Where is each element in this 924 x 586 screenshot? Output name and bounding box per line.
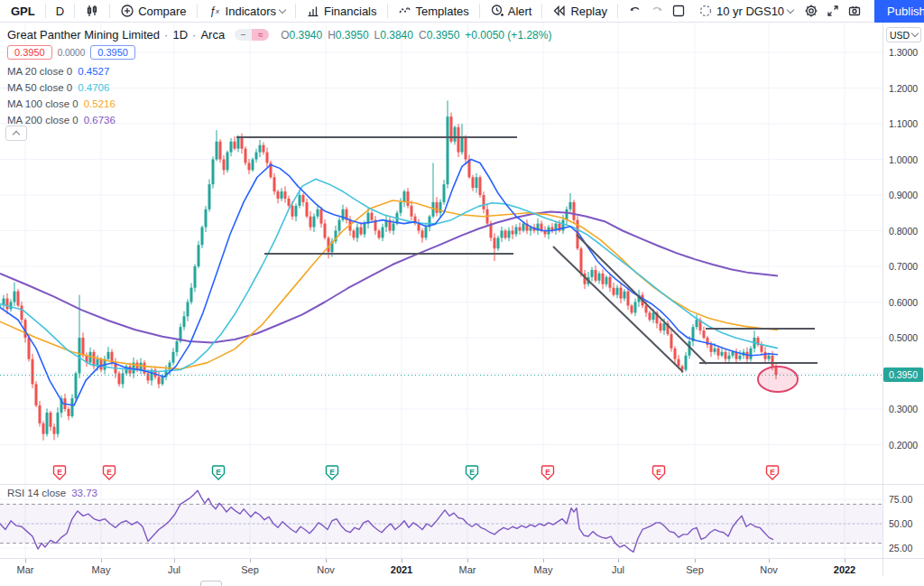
svg-text:E: E (329, 468, 335, 477)
time-tick (695, 559, 696, 563)
time-axis-label: 2021 (391, 564, 412, 575)
trendline (577, 235, 707, 364)
price-tick-label: 1.2000 (883, 83, 924, 94)
rsi-label: RSI 14 close (7, 488, 66, 498)
indicators-button[interactable]: ƒx Indicators (204, 0, 289, 22)
time-tick (467, 559, 468, 563)
time-tick (174, 559, 175, 563)
time-axis-label: May (92, 564, 111, 575)
price-tick-label: 0.9000 (883, 190, 924, 200)
top-toolbar: GPL D Compare ƒx Indicators Financials T… (0, 0, 924, 23)
rsi-tick-label: 25.00 (883, 543, 924, 553)
svg-text:E: E (106, 468, 112, 477)
layout-select-button[interactable] (668, 0, 689, 22)
templates-button[interactable]: Templates (394, 0, 473, 22)
interval-button[interactable]: D (52, 0, 68, 22)
order-panel: 0.3950 0.0000 0.3950 (7, 45, 135, 60)
price-tick-label: 1.3000 (883, 47, 924, 58)
time-tick (326, 559, 327, 563)
price-tick-label: 0.7000 (883, 261, 924, 272)
legend-interval: 1D (172, 28, 188, 42)
chart-canvas[interactable]: EEEEEEEE (0, 0, 924, 586)
buy-button[interactable]: 0.3950 (90, 45, 135, 60)
ma-legend-row[interactable]: MA 50 close 00.4706 (7, 79, 116, 96)
ohlc-item: C0.3950 (419, 29, 459, 42)
spread-value: 0.0000 (58, 48, 86, 58)
time-axis-label: Sep (241, 564, 259, 575)
time-axis-label: Nov (317, 564, 335, 575)
price-axis-border (882, 23, 883, 576)
compare-icon (120, 4, 134, 18)
time-axis[interactable]: MarMayJulSepNov2021MarMayJulSepNov2022 (0, 558, 924, 586)
time-axis-label: Nov (760, 564, 778, 575)
current-price-badge: 0.3950 (883, 367, 923, 382)
price-tick-label: 0.5000 (883, 332, 924, 343)
replay-button[interactable]: Replay (549, 0, 610, 22)
legend-hide-button[interactable]: − (235, 29, 252, 41)
undo-arrow-icon (628, 4, 642, 18)
undo-button[interactable] (624, 0, 646, 22)
chart-style-button[interactable] (81, 0, 103, 22)
ohlc-values: O0.3940H0.3950L0.3840C0.3950+0.0050 (+1.… (281, 29, 551, 42)
price-tick-label: 0.2000 (883, 440, 924, 451)
wave-template-icon (398, 4, 412, 18)
gear-icon (804, 4, 818, 18)
price-tick-label: 1.1000 (883, 118, 924, 129)
time-tick (101, 559, 102, 563)
time-axis-label: May (534, 564, 553, 575)
camera-icon (847, 4, 862, 18)
alert-button[interactable]: Alert (486, 0, 536, 22)
time-tick (845, 559, 845, 563)
collapse-legend-button[interactable] (5, 126, 27, 141)
cloud-dashed-icon (698, 4, 713, 18)
snapshot-button[interactable] (844, 0, 865, 22)
ma-legend-row[interactable]: MA 100 close 00.5216 (7, 96, 116, 112)
ohlc-item: L0.3840 (374, 29, 413, 42)
ma-legend: MA 20 close 00.4527MA 50 close 00.4706MA… (7, 63, 116, 128)
replay-icon (552, 4, 567, 18)
rsi-pane-separator[interactable] (0, 484, 924, 485)
chevron-down-icon (911, 30, 919, 37)
financials-button[interactable]: Financials (302, 0, 381, 22)
legend-wave-button[interactable]: ≈ (252, 29, 269, 41)
settings-button[interactable] (800, 0, 822, 22)
chevron-down-icon (279, 5, 286, 13)
time-tick (402, 559, 402, 563)
chevron-down-icon (787, 5, 794, 13)
publish-button[interactable]: Publish (874, 0, 924, 23)
chart-layers: EEEEEEEE (0, 23, 882, 558)
price-axis[interactable]: USD 0.3950 1.30001.20001.10001.00000.900… (883, 23, 924, 558)
ma-legend-row[interactable]: MA 20 close 00.4527 (7, 63, 116, 79)
time-tick (543, 559, 544, 563)
redo-arrow-icon (650, 4, 664, 18)
secondary-symbol-button[interactable]: 10 yr DGS10 (695, 0, 797, 22)
currency-selector[interactable]: USD (886, 27, 921, 42)
svg-text:E: E (770, 468, 775, 477)
svg-text:E: E (469, 468, 475, 477)
highlight-ellipse (758, 367, 798, 392)
rsi-legend[interactable]: RSI 14 close 33.73 (7, 488, 97, 498)
symbol-legend[interactable]: Great Panther Mining Limited · 1D · Arca… (7, 28, 551, 42)
bar-chart-icon (306, 4, 320, 18)
price-tick-label: 0.3000 (883, 404, 924, 414)
time-tick (25, 559, 26, 563)
time-axis-label: 2022 (834, 564, 855, 575)
sell-button[interactable]: 0.3950 (7, 45, 52, 60)
ma200-line (0, 212, 778, 343)
price-tick-label: 1.0000 (883, 154, 924, 165)
fullscreen-arrows-icon (826, 4, 840, 18)
time-axis-label: Sep (686, 564, 704, 575)
time-tick (618, 559, 619, 563)
time-axis-label: Mar (459, 564, 476, 575)
pane-handle[interactable] (200, 581, 222, 586)
rsi-tick-label: 50.00 (883, 518, 924, 529)
price-tick-label: 0.8000 (883, 226, 924, 237)
time-axis-label: Jul (168, 564, 180, 575)
compare-button[interactable]: Compare (116, 0, 189, 22)
symbol-button[interactable]: GPL (7, 0, 39, 22)
time-tick (250, 559, 251, 563)
change-value: +0.0050 (+1.28%) (465, 29, 551, 42)
redo-button[interactable] (646, 0, 668, 22)
price-tick-label: 0.6000 (883, 297, 924, 308)
fullscreen-button[interactable] (822, 0, 844, 22)
